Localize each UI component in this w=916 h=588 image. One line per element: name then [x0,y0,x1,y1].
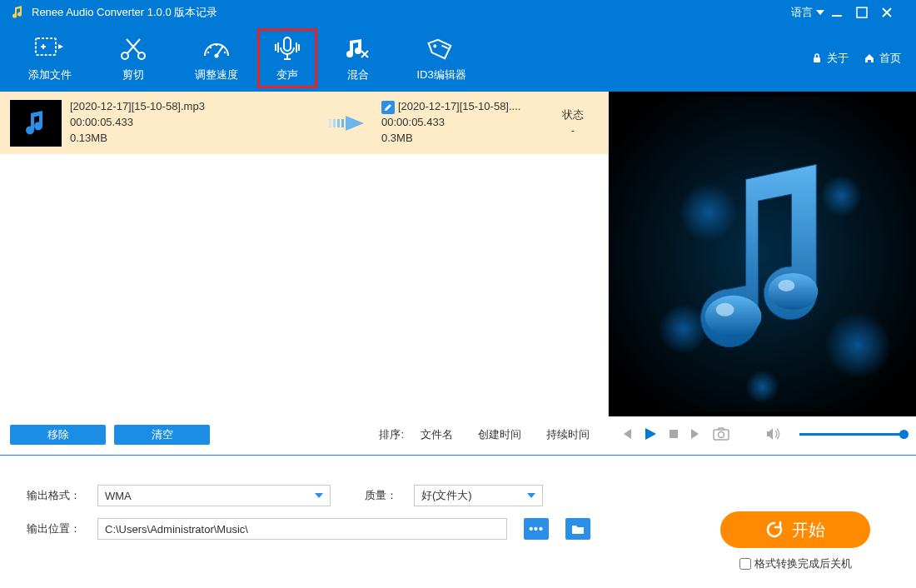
quality-label: 质量： [347,488,397,503]
edit-icon[interactable] [381,101,395,114]
mix-button[interactable]: 混合 [316,29,400,87]
output-path-input[interactable]: C:\Users\Administrator\Music\ [97,518,507,540]
svg-point-19 [680,183,738,242]
scissors-icon [118,34,148,64]
speed-label: 调整速度 [195,67,238,82]
source-file-name: [2020-12-17][15-10-58].mp3 [70,99,315,115]
svg-point-7 [210,47,212,48]
start-button[interactable]: 开始 [720,511,870,548]
output-file-name: [2020-12-17][15-10-58].... [398,99,520,115]
preview-screen [608,92,916,416]
shutdown-checkbox-input[interactable] [739,558,751,570]
close-button[interactable] [881,7,906,18]
svg-point-9 [222,47,223,48]
svg-point-8 [216,44,217,46]
speed-button[interactable]: 调整速度 [175,29,258,87]
status-header: 状态 [548,107,598,122]
svg-point-4 [138,52,145,59]
svg-rect-16 [337,119,340,127]
id3-editor-label: ID3编辑器 [416,67,465,82]
add-file-icon [33,34,67,64]
file-row[interactable]: [2020-12-17][15-10-58].mp3 00:00:05.433 … [0,92,608,154]
chevron-down-icon [315,493,323,498]
file-status: 状态 - [548,107,598,137]
gauge-icon [202,34,231,64]
path-more-button[interactable]: ••• [524,518,549,540]
minimize-button[interactable] [831,7,856,18]
shutdown-checkbox[interactable]: 格式转换完成后关机 [739,556,852,571]
svg-point-21 [659,304,709,354]
stop-button[interactable] [668,428,680,440]
sort-by-filename[interactable]: 文件名 [412,427,461,442]
file-thumbnail [10,100,62,147]
prev-button[interactable] [620,427,633,441]
sort-by-duration[interactable]: 持续时间 [538,427,598,442]
svg-point-6 [207,52,209,53]
output-file-duration: 00:00:05.433 [381,115,540,131]
format-select[interactable]: WMA [97,485,331,506]
remove-button[interactable]: 移除 [10,425,106,445]
path-label: 输出位置： [18,521,81,536]
status-value: - [548,123,598,138]
svg-point-12 [433,44,437,48]
home-link[interactable]: 首页 [864,51,901,66]
home-label: 首页 [879,51,901,66]
svg-rect-14 [329,119,331,127]
shutdown-label: 格式转换完成后关机 [754,556,852,571]
volume-icon[interactable] [766,427,781,441]
app-title: Renee Audio Converter 1.0.0 版本记录 [32,5,791,20]
svg-rect-1 [857,7,867,17]
sort-label: 排序: [379,427,404,442]
home-icon [864,52,875,64]
mix-icon [343,34,373,64]
quality-select[interactable]: 好(文件大) [414,485,543,506]
sort-by-created[interactable]: 创建时间 [470,427,530,442]
id3-editor-button[interactable]: ID3编辑器 [400,29,483,87]
voice-change-label: 变声 [276,67,298,82]
cut-button[interactable]: 剪切 [92,29,175,87]
volume-knob[interactable] [899,430,909,439]
source-file-size: 0.13MB [70,131,315,147]
next-button[interactable] [689,427,703,441]
maximize-button[interactable] [856,7,881,18]
svg-rect-15 [333,119,336,127]
clear-button[interactable]: 清空 [114,425,210,445]
open-folder-button[interactable] [565,518,590,540]
svg-point-25 [705,296,762,337]
source-file-info: [2020-12-17][15-10-58].mp3 00:00:05.433 … [70,99,315,147]
about-link[interactable]: 关于 [811,51,849,66]
microphone-icon [272,34,302,64]
toolbar-right-links: 关于 首页 [811,51,908,66]
start-label: 开始 [792,519,825,541]
about-label: 关于 [827,51,849,66]
svg-point-22 [824,312,891,379]
svg-rect-17 [341,119,344,127]
output-file-size: 0.3MB [381,131,540,147]
play-button[interactable] [643,426,658,441]
svg-rect-11 [284,37,291,51]
snapshot-button[interactable] [713,427,729,441]
convert-arrow-icon [323,111,373,136]
tag-icon [426,34,456,64]
svg-point-23 [746,371,779,404]
lock-icon [811,52,823,64]
folder-icon [571,523,585,535]
source-file-duration: 00:00:05.433 [70,115,315,131]
add-file-button[interactable]: 添加文件 [8,29,92,87]
output-path-value: C:\Users\Administrator\Music\ [105,523,248,536]
svg-rect-0 [832,15,842,17]
playback-controls [608,416,916,451]
svg-point-27 [716,303,734,316]
svg-point-30 [719,432,724,438]
volume-slider[interactable] [799,433,904,436]
svg-point-10 [224,52,226,53]
refresh-icon [765,521,784,539]
voice-change-button[interactable]: 变声 [258,29,316,87]
svg-point-3 [122,52,128,59]
language-selector[interactable]: 语言 [791,5,824,20]
svg-point-26 [778,280,794,292]
main-toolbar: 添加文件 剪切 调整速度 变声 混合 ID3编辑器 关于 首页 [0,25,916,92]
mix-label: 混合 [347,67,369,82]
chevron-down-icon [527,493,535,498]
chevron-down-icon [816,10,824,15]
